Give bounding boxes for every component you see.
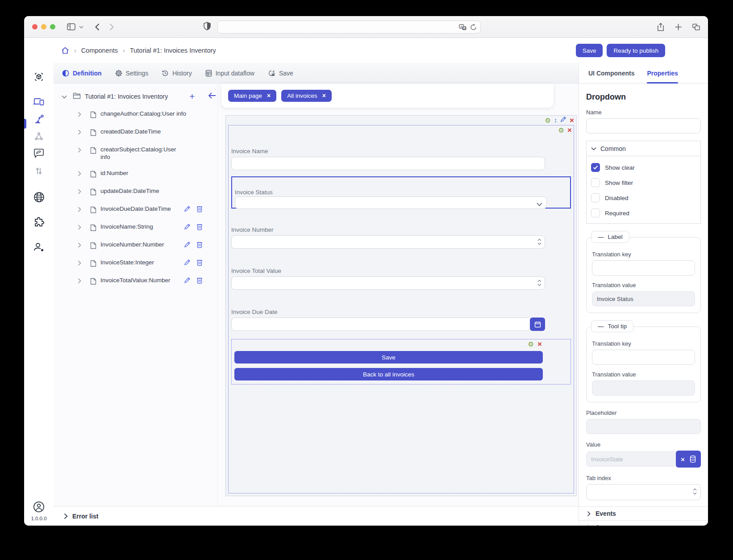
- add-field-button[interactable]: +: [189, 92, 195, 101]
- chevron-right-icon[interactable]: [78, 242, 84, 249]
- cube-scan-icon[interactable]: [33, 71, 45, 82]
- checkbox-unchecked-icon[interactable]: [591, 193, 600, 202]
- back-icon[interactable]: [95, 23, 100, 31]
- edit-field-icon[interactable]: [184, 259, 191, 267]
- database-icon[interactable]: [690, 456, 696, 463]
- collapse-minus-icon[interactable]: —: [598, 234, 604, 240]
- chevron-right-icon[interactable]: [78, 189, 84, 196]
- delete-container-icon[interactable]: ×: [570, 117, 574, 124]
- delete-field-icon[interactable]: [196, 259, 203, 267]
- automation-arm-icon[interactable]: [33, 114, 45, 125]
- sort-arrows-icon[interactable]: [33, 166, 45, 176]
- error-list-bar[interactable]: Error list: [54, 506, 579, 526]
- close-icon[interactable]: ×: [267, 92, 271, 99]
- number-stepper-icon[interactable]: [537, 280, 541, 286]
- tab-history[interactable]: History: [155, 63, 199, 84]
- form-column[interactable]: ⚙ × Invoice Name Invoice Status: [228, 125, 574, 493]
- tab-index-input[interactable]: [586, 484, 701, 500]
- flow-graph-icon[interactable]: [33, 131, 45, 142]
- tab-overview-icon[interactable]: [692, 24, 700, 30]
- tab-properties[interactable]: Properties: [647, 63, 678, 83]
- delete-column-icon[interactable]: ×: [567, 126, 572, 134]
- chevron-right-icon[interactable]: [78, 207, 84, 213]
- edit-container-icon[interactable]: [560, 116, 566, 124]
- edit-field-icon[interactable]: [184, 241, 191, 250]
- page-tab-all-invoices[interactable]: All invoices ×: [281, 90, 332, 102]
- component-name-input[interactable]: [586, 118, 701, 134]
- edit-field-icon[interactable]: [184, 205, 191, 214]
- column-settings-gear-icon[interactable]: ⚙: [558, 127, 564, 134]
- value-input[interactable]: [586, 451, 679, 467]
- tree-root-row[interactable]: Tutorial #1: Invoices Inventory +: [62, 92, 218, 101]
- edit-field-icon[interactable]: [184, 223, 191, 232]
- checkbox-checked-icon[interactable]: [591, 163, 600, 172]
- breadcrumb-components[interactable]: Components: [81, 47, 118, 54]
- chevron-right-icon[interactable]: [78, 130, 84, 136]
- tree-row[interactable]: InvoiceDueDate:DateTime: [78, 205, 218, 215]
- chevron-right-icon[interactable]: [78, 278, 84, 285]
- delete-field-icon[interactable]: [196, 223, 203, 232]
- label-translation-key-input[interactable]: [592, 260, 695, 276]
- chevron-right-icon[interactable]: [78, 147, 84, 154]
- edit-field-icon[interactable]: [184, 277, 191, 285]
- checkbox-required[interactable]: Required: [591, 205, 696, 221]
- comment-edit-icon[interactable]: [33, 148, 45, 159]
- minimize-window-button[interactable]: [41, 24, 46, 29]
- chevron-down-icon[interactable]: [537, 200, 542, 208]
- tree-row[interactable]: creatorSubject:Catalog:User info: [78, 146, 218, 161]
- checkbox-show-filter[interactable]: Show filter: [591, 175, 696, 190]
- tab-definition[interactable]: Definition: [55, 63, 108, 84]
- close-window-button[interactable]: [32, 24, 37, 29]
- invoice-due-date-input[interactable]: [231, 318, 532, 331]
- delete-field-icon[interactable]: [196, 277, 203, 285]
- tree-row[interactable]: InvoiceTotalValue:Number: [78, 277, 218, 286]
- tree-row[interactable]: InvoiceState:Integer: [78, 259, 218, 268]
- checkbox-unchecked-icon[interactable]: [591, 209, 600, 217]
- delete-buttons-icon[interactable]: ×: [537, 340, 542, 348]
- number-stepper-icon[interactable]: [693, 488, 697, 495]
- chevron-right-icon[interactable]: [78, 225, 84, 231]
- ready-to-publish-button[interactable]: Ready to publish: [607, 44, 665, 57]
- sidebar-toggle-icon[interactable]: [67, 23, 75, 30]
- puzzle-icon[interactable]: [33, 217, 45, 227]
- tree-row[interactable]: id:Number: [78, 170, 218, 179]
- translate-icon[interactable]: A✱: [459, 24, 466, 30]
- checkbox-show-clear[interactable]: Show clear: [591, 160, 696, 175]
- chevron-right-icon[interactable]: [78, 260, 84, 267]
- shield-icon[interactable]: [204, 22, 211, 30]
- forward-icon[interactable]: [109, 23, 114, 31]
- number-stepper-icon[interactable]: [537, 238, 541, 245]
- buttons-settings-gear-icon[interactable]: ⚙: [528, 341, 534, 347]
- invoice-name-input[interactable]: [231, 157, 545, 170]
- chevron-down-icon[interactable]: [62, 93, 67, 100]
- tooltip-group-legend[interactable]: — Tool tip: [591, 320, 633, 332]
- reload-icon[interactable]: [470, 24, 477, 31]
- tooltip-translation-key-input[interactable]: [592, 350, 695, 365]
- address-bar[interactable]: A✱: [217, 21, 481, 33]
- tab-input-dataflow[interactable]: Input dataflow: [199, 63, 261, 84]
- tab-ui-components[interactable]: UI Components: [588, 63, 634, 83]
- invoice-number-input[interactable]: [231, 235, 545, 249]
- devices-icon[interactable]: [33, 96, 45, 107]
- chevron-right-icon[interactable]: [78, 112, 84, 118]
- common-group-header[interactable]: Common: [587, 141, 700, 156]
- container-settings-gear-icon[interactable]: ⚙: [545, 117, 551, 124]
- tab-save[interactable]: Save: [261, 63, 300, 84]
- invoice-status-dropdown[interactable]: [235, 196, 547, 209]
- save-button[interactable]: Save: [576, 44, 603, 57]
- chevron-right-icon[interactable]: [78, 171, 84, 178]
- selected-dropdown-element[interactable]: Invoice Status: [231, 176, 571, 209]
- zoom-window-button[interactable]: [50, 24, 55, 29]
- back-to-all-invoices-button[interactable]: Back to all invoices: [234, 368, 543, 380]
- delete-field-icon[interactable]: [196, 241, 203, 250]
- new-tab-icon[interactable]: [675, 24, 682, 30]
- tree-row[interactable]: InvoiceNumber:Number: [78, 241, 218, 251]
- avatar-icon[interactable]: [33, 501, 45, 512]
- chevron-down-icon[interactable]: [79, 25, 83, 29]
- tooltip-translation-value-input[interactable]: [592, 380, 695, 396]
- field-invoice-due-date[interactable]: Invoice Due Date: [231, 309, 571, 331]
- close-icon[interactable]: ×: [322, 92, 326, 99]
- label-group-legend[interactable]: — Label: [591, 231, 629, 243]
- field-invoice-number[interactable]: Invoice Number: [231, 226, 545, 249]
- form-container[interactable]: ⚙ ↕ × ⚙ ×: [225, 115, 577, 496]
